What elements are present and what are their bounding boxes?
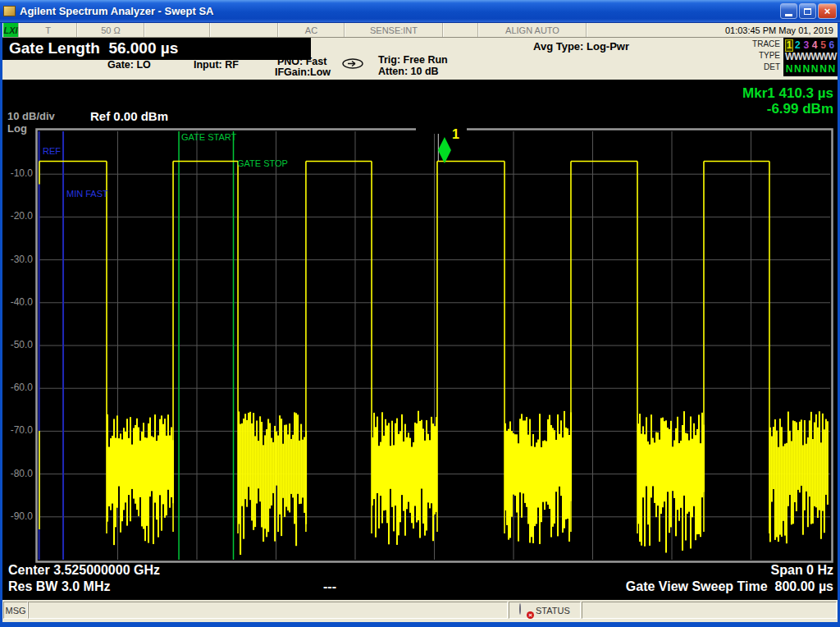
msg-button[interactable]: MSG bbox=[3, 602, 28, 619]
message-area bbox=[28, 602, 508, 619]
y-tick--50.0: -50.0 bbox=[2, 339, 33, 350]
header-band: Gate Length 56.000 µs Gate: LO Input: RF… bbox=[2, 38, 838, 80]
status-cell-ac: AC bbox=[278, 23, 345, 37]
trace-5-selector[interactable]: 5 bbox=[819, 40, 828, 51]
trace-5-type: W bbox=[819, 52, 828, 62]
ifgain-annotation[interactable]: IFGain:Low bbox=[275, 66, 331, 78]
gate-length-banner: Gate Length 56.000 µs bbox=[2, 38, 311, 60]
type-row-label: TYPE bbox=[759, 51, 780, 60]
trace-numbers-row: 123456 bbox=[785, 39, 836, 51]
trace-5-detector: N bbox=[819, 64, 828, 75]
trace-6-selector[interactable]: 6 bbox=[828, 40, 836, 51]
trace-3-selector[interactable]: 3 bbox=[802, 40, 810, 51]
trace-1-selector[interactable]: 1 bbox=[785, 39, 793, 52]
marker-readout-y: -6.99 dBm bbox=[742, 101, 833, 117]
status-cell-3 bbox=[144, 23, 210, 37]
minimize-icon bbox=[785, 14, 792, 16]
trace-legend-box: 123456 WWWWWW NNNNNN bbox=[783, 38, 838, 76]
restore-button[interactable] bbox=[799, 3, 816, 19]
trace-types-row: WWWWWW bbox=[785, 52, 836, 63]
input-annotation[interactable]: Input: RF bbox=[194, 59, 239, 71]
title-bar[interactable]: Agilent Spectrum Analyzer - Swept SA × bbox=[0, 0, 840, 23]
trace-4-detector: N bbox=[810, 64, 819, 75]
status-cell-4 bbox=[210, 23, 278, 37]
status-button[interactable]: × STATUS bbox=[509, 602, 581, 619]
gate-stop-label: GATE STOP bbox=[237, 158, 288, 168]
trig-annotation[interactable]: Trig: Free Run bbox=[378, 54, 448, 66]
scale-mode-label[interactable]: Log bbox=[7, 122, 27, 135]
status-cell-50-: 50 Ω bbox=[77, 23, 144, 37]
trace-4-type: W bbox=[810, 52, 819, 62]
atten-annotation[interactable]: Atten: 10 dB bbox=[378, 66, 439, 77]
status-cells: LXIT50 ΩACSENSE:INTALIGN AUTO bbox=[2, 23, 587, 37]
status-cell-lxi: LXI bbox=[2, 23, 19, 37]
app-icon bbox=[3, 6, 16, 16]
trace-row-label: TRACE bbox=[752, 39, 780, 48]
center-freq-label[interactable]: Center 3.525000000 GHz bbox=[8, 563, 160, 578]
y-tick--70.0: -70.0 bbox=[2, 424, 33, 436]
gate-start-label: GATE START bbox=[181, 132, 236, 142]
trace-1-detector: N bbox=[785, 64, 793, 75]
status-cell-align-auto: ALIGN AUTO bbox=[478, 23, 587, 37]
trace-2-selector[interactable]: 2 bbox=[793, 40, 801, 51]
trace-detectors-row: NNNNNN bbox=[785, 63, 836, 75]
close-button[interactable]: × bbox=[818, 3, 837, 19]
marker-readout-x: Mkr1 410.3 µs bbox=[742, 85, 833, 101]
window-border-bottom bbox=[0, 622, 840, 627]
marker-readout: Mkr1 410.3 µs -6.99 dBm bbox=[742, 85, 833, 117]
window-border-left bbox=[0, 23, 2, 627]
status-cell-7 bbox=[443, 23, 478, 37]
y-tick--80.0: -80.0 bbox=[2, 468, 33, 479]
app-window: Agilent Spectrum Analyzer - Swept SA × L… bbox=[0, 0, 840, 627]
status-cell-sense-int: SENSE:INT bbox=[345, 23, 443, 37]
y-tick--20.0: -20.0 bbox=[2, 210, 33, 222]
datetime-display: 01:03:45 PM May 01, 2019 bbox=[587, 23, 838, 37]
min-fast-label: MIN FAST bbox=[66, 189, 108, 199]
avg-type-annotation[interactable]: Avg Type: Log-Pwr bbox=[533, 40, 629, 53]
sweep-time-label[interactable]: Gate View Sweep Time 800.00 µs bbox=[626, 579, 833, 594]
scale-per-div-label[interactable]: 10 dB/div bbox=[7, 110, 55, 122]
y-tick--30.0: -30.0 bbox=[2, 254, 33, 265]
trace-2-type: W bbox=[793, 52, 801, 62]
window-title: Agilent Spectrum Analyzer - Swept SA bbox=[20, 5, 778, 17]
gate-annotation[interactable]: Gate: LO bbox=[107, 59, 151, 71]
trace-3-type: W bbox=[802, 52, 810, 62]
trace-2-detector: N bbox=[793, 64, 801, 75]
status-area-right bbox=[582, 602, 837, 619]
connection-error-icon: × bbox=[519, 604, 532, 617]
marker-number-label: 1 bbox=[452, 127, 459, 142]
y-tick--90.0: -90.0 bbox=[2, 510, 33, 522]
span-label[interactable]: Span 0 Hz bbox=[771, 563, 833, 578]
y-tick--60.0: -60.0 bbox=[2, 382, 33, 393]
trace-6-detector: N bbox=[828, 64, 836, 75]
status-cell-t: T bbox=[19, 23, 77, 37]
y-tick--40.0: -40.0 bbox=[2, 296, 33, 308]
ref-line-label: REF bbox=[43, 146, 61, 156]
continuous-sweep-icon[interactable] bbox=[341, 57, 364, 72]
pno-annotation[interactable]: PNO: Fast bbox=[277, 56, 326, 67]
res-bw-label[interactable]: Res BW 3.0 MHz bbox=[8, 579, 110, 594]
footer-dashes: --- bbox=[323, 579, 336, 594]
trace-6-type: W bbox=[828, 52, 836, 62]
trace-plot-svg bbox=[0, 80, 840, 600]
bottom-status-bar: MSG × STATUS bbox=[2, 600, 838, 622]
status-button-label: STATUS bbox=[536, 606, 570, 616]
det-row-label: DET bbox=[764, 62, 780, 71]
trace-4-selector[interactable]: 4 bbox=[810, 40, 819, 51]
y-tick--10.0: -10.0 bbox=[2, 167, 33, 179]
minimize-button[interactable] bbox=[780, 3, 797, 19]
trace-3-detector: N bbox=[802, 64, 810, 75]
status-strip: LXIT50 ΩACSENSE:INTALIGN AUTO 01:03:45 P… bbox=[2, 23, 838, 38]
trace-1-type: W bbox=[785, 52, 793, 62]
restore-icon bbox=[804, 8, 811, 15]
ref-level-label[interactable]: Ref 0.00 dBm bbox=[90, 109, 168, 123]
